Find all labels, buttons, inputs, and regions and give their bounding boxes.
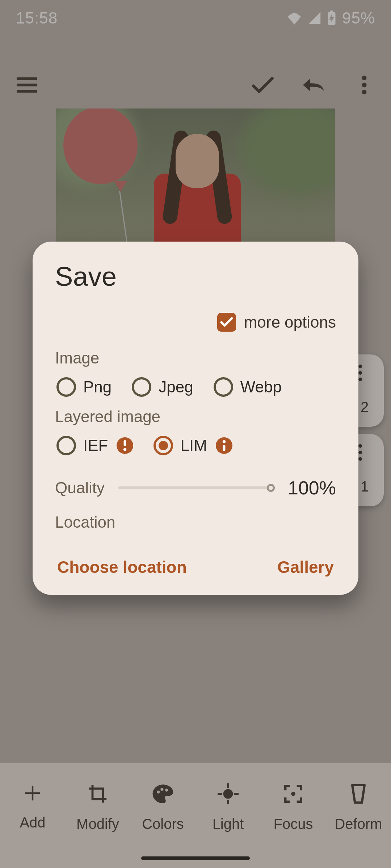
radio-ief[interactable]: IEF	[56, 436, 133, 455]
radio-icon	[154, 436, 173, 455]
section-layered: Layered image	[55, 408, 336, 426]
radio-webp[interactable]: Webp	[214, 377, 282, 397]
section-location: Location	[55, 513, 336, 531]
radio-png[interactable]: Png	[56, 377, 112, 397]
info-icon[interactable]	[216, 437, 232, 454]
radio-icon	[214, 377, 233, 397]
svg-point-19	[223, 440, 226, 443]
more-options-checkbox[interactable]	[217, 313, 236, 332]
radio-label: Webp	[240, 378, 282, 396]
section-image: Image	[55, 349, 336, 367]
svg-rect-18	[124, 440, 126, 446]
radio-lim[interactable]: LIM	[154, 436, 232, 455]
choose-location-button[interactable]: Choose location	[57, 557, 187, 577]
quality-label: Quality	[55, 479, 105, 497]
radio-icon	[56, 377, 76, 397]
radio-label: Jpeg	[159, 378, 193, 396]
radio-label: IEF	[83, 437, 108, 455]
gallery-button[interactable]: Gallery	[277, 557, 334, 577]
slider-thumb[interactable]	[267, 484, 275, 492]
radio-icon	[56, 436, 76, 455]
save-dialog: Save more options Image Png Jpeg Webp La…	[33, 242, 358, 595]
svg-point-17	[123, 448, 127, 451]
more-options-label: more options	[244, 313, 336, 331]
dialog-title: Save	[55, 261, 336, 292]
radio-jpeg[interactable]: Jpeg	[132, 377, 193, 397]
quality-value: 100%	[288, 477, 336, 499]
radio-icon	[132, 377, 151, 397]
quality-slider[interactable]	[118, 486, 274, 489]
warning-icon[interactable]	[117, 437, 133, 454]
image-format-group: Png Jpeg Webp	[56, 377, 336, 397]
radio-label: LIM	[180, 437, 207, 455]
svg-rect-20	[223, 445, 225, 451]
radio-label: Png	[83, 378, 112, 396]
layered-format-group: IEF LIM	[56, 436, 336, 455]
